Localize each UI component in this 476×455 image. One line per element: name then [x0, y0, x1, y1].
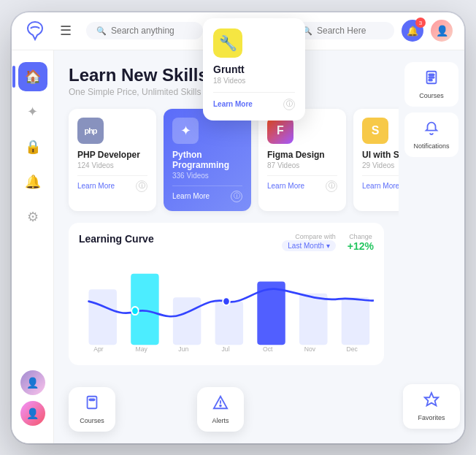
float-courses-label: Courses	[80, 417, 104, 424]
float-alerts-label: Alerts	[212, 417, 229, 424]
course-card-python[interactable]: ✦ Python Programming 336 Videos Learn Mo…	[164, 109, 251, 211]
panel-courses[interactable]: Courses	[404, 62, 458, 107]
search-input-right[interactable]	[317, 26, 384, 36]
panel-courses-icon	[423, 69, 439, 89]
sidebar-item-home[interactable]: 🏠	[18, 62, 47, 91]
svg-rect-21	[89, 399, 94, 400]
top-bar-left: ☰ 🔍	[23, 19, 203, 42]
chart-body: Apr May Jun Jul Oct Nov Dec	[79, 258, 374, 353]
fav-star-icon	[423, 391, 439, 411]
compare-value[interactable]: Last Month ▾	[282, 240, 335, 251]
course-card-php[interactable]: php PHP Developer 124 Videos Learn More …	[69, 109, 156, 211]
svg-text:Dec: Dec	[346, 345, 358, 353]
notifications-button[interactable]: 🔔 3	[402, 20, 423, 42]
panel-courses-label: Courses	[419, 92, 444, 99]
sidebar-item-grid[interactable]: ✦	[18, 97, 47, 126]
compare-section: Compare with Last Month ▾	[282, 233, 335, 251]
chart-header: Learning Curve Compare with Last Month ▾…	[79, 233, 374, 252]
grid-icon: ✦	[27, 104, 38, 120]
search-bar-top[interactable]: 🔍	[86, 22, 203, 39]
svg-rect-18	[429, 77, 434, 78]
sketch-learn-more[interactable]: Learn More	[362, 182, 399, 190]
python-info-icon[interactable]: ⓘ	[231, 191, 242, 202]
svg-text:Apr: Apr	[93, 345, 103, 353]
svg-text:Nov: Nov	[304, 345, 316, 353]
chevron-down-icon: ▾	[326, 242, 330, 250]
panel-notifications-icon	[423, 120, 439, 139]
course-card-sketch[interactable]: S UI with Sketch 29 Videos Learn More ⓘ	[353, 109, 399, 211]
chart-meta: Compare with Last Month ▾ Change +12%	[282, 233, 374, 252]
figma-icon: F	[267, 118, 293, 144]
php-learn-more[interactable]: Learn More	[77, 182, 115, 190]
change-value: +12%	[348, 240, 374, 252]
python-card-title: Python Programming	[172, 150, 242, 170]
figma-card-footer: Learn More ⓘ	[267, 175, 337, 192]
fav-label: Favorites	[418, 414, 445, 421]
sketch-icon: S	[362, 118, 388, 144]
popup-title: Gruntt	[213, 64, 295, 75]
change-section: Change +12%	[348, 233, 374, 252]
panel-notifications[interactable]: Notifications	[404, 112, 458, 157]
svg-text:May: May	[135, 345, 147, 353]
notif-badge: 3	[415, 18, 426, 28]
svg-marker-24	[425, 392, 438, 405]
figma-card-videos: 87 Videos	[267, 161, 337, 169]
menu-toggle-icon[interactable]: ☰	[60, 23, 72, 39]
compare-label: Compare with	[295, 233, 336, 240]
change-label: Change	[349, 233, 372, 240]
svg-rect-3	[215, 301, 243, 345]
figma-learn-more[interactable]: Learn More	[267, 182, 304, 190]
svg-text:Oct: Oct	[263, 345, 273, 353]
sidebar-bottom: 👤 👤	[20, 370, 45, 432]
device: ☰ 🔍 🔍 🔔 3 👤 🏠 ✦	[12, 12, 464, 443]
svg-point-7	[131, 307, 139, 315]
php-card-footer: Learn More ⓘ	[77, 175, 147, 192]
popup-footer: Learn More ⓘ	[213, 92, 295, 110]
chart-title: Learning Curve	[79, 233, 154, 245]
sidebar-bell-icon: 🔔	[25, 174, 41, 190]
float-courses[interactable]: Courses	[69, 387, 115, 432]
search-bar-right[interactable]: 🔍	[292, 22, 394, 39]
sidebar: 🏠 ✦ 🔒 🔔 ⚙ 👤 👤	[12, 50, 54, 443]
course-card-figma[interactable]: F Figma Design 87 Videos Learn More ⓘ	[258, 109, 346, 211]
search-input-top[interactable]	[111, 26, 193, 36]
php-icon: php	[77, 118, 104, 144]
settings-icon: ⚙	[27, 209, 39, 225]
sketch-card-footer: Learn More ⓘ	[362, 175, 399, 192]
figma-info-icon[interactable]: ⓘ	[326, 180, 337, 192]
avatar[interactable]: 👤	[431, 20, 453, 42]
float-alerts[interactable]: Alerts	[197, 387, 244, 432]
popup-icon: 🔧	[213, 28, 242, 58]
php-info-icon[interactable]: ⓘ	[136, 180, 147, 192]
sidebar-avatar-2[interactable]: 👤	[20, 401, 45, 426]
sketch-card-videos: 29 Videos	[362, 161, 399, 169]
svg-point-23	[220, 405, 221, 406]
home-icon: 🏠	[25, 69, 41, 85]
popup-info-icon[interactable]: ⓘ	[283, 99, 295, 110]
svg-point-8	[223, 297, 230, 305]
sidebar-item-lock[interactable]: 🔒	[18, 132, 47, 161]
svg-rect-17	[429, 74, 434, 75]
python-card-videos: 336 Videos	[172, 172, 242, 180]
svg-rect-2	[173, 297, 201, 345]
sidebar-item-notifications[interactable]: 🔔	[18, 167, 47, 196]
fav-float[interactable]: Favorites	[403, 384, 460, 429]
python-icon: ✦	[172, 118, 199, 144]
svg-rect-5	[299, 293, 327, 344]
svg-text:Jul: Jul	[222, 345, 230, 353]
learning-curve-chart: Apr May Jun Jul Oct Nov Dec	[79, 258, 374, 353]
sidebar-avatar-1[interactable]: 👤	[20, 370, 45, 395]
sidebar-item-settings[interactable]: ⚙	[18, 202, 47, 232]
svg-rect-20	[88, 396, 97, 408]
chart-section: Learning Curve Compare with Last Month ▾…	[69, 223, 384, 365]
popup-learn-more[interactable]: Learn More	[213, 100, 253, 108]
svg-rect-6	[342, 297, 369, 345]
sketch-card-title: UI with Sketch	[362, 150, 399, 160]
python-learn-more[interactable]: Learn More	[172, 192, 210, 200]
float-courses-icon	[84, 394, 100, 414]
top-bar-right: 🔍 🔔 3 👤	[292, 20, 453, 42]
python-card-footer: Learn More ⓘ	[172, 186, 242, 202]
popup-card: 🔧 Gruntt 18 Videos Learn More ⓘ	[203, 18, 305, 121]
search-icon-top: 🔍	[96, 26, 107, 36]
bottom-float: Courses Alerts	[69, 387, 244, 432]
